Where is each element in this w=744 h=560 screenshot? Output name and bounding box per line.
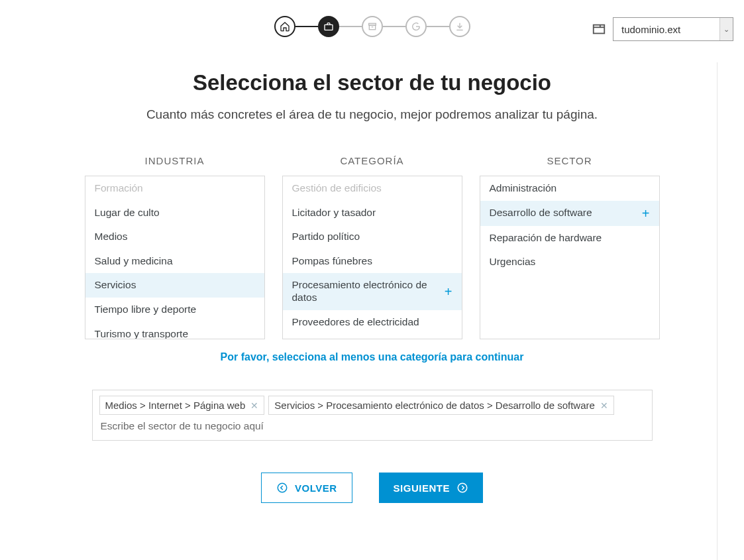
- list-item[interactable]: Administración: [480, 176, 659, 201]
- list-item-label: Salud y medicina: [95, 255, 173, 268]
- domain-select[interactable]: tudominio.ext ⌄: [613, 17, 733, 41]
- list-item[interactable]: Formación: [85, 176, 264, 201]
- list-item[interactable]: Procesamiento electrónico de datos+: [283, 273, 462, 309]
- list-item[interactable]: Urgencias: [480, 250, 659, 274]
- list-item-label: Licitador y tasador: [292, 207, 376, 219]
- next-button[interactable]: SIGUIENTE: [379, 473, 483, 503]
- list-item-label: Administración: [490, 182, 557, 195]
- col-sector: SECTOR AdministraciónDesarrollo de softw…: [480, 155, 660, 339]
- list-item-label: Pompas fúnebres: [292, 255, 373, 268]
- col-head-industria: INDUSTRIA: [85, 155, 265, 166]
- stepper: [274, 16, 470, 37]
- close-icon[interactable]: ✕: [600, 400, 608, 411]
- list-item[interactable]: Lugar de culto: [85, 201, 264, 225]
- svg-point-7: [278, 483, 287, 492]
- chipbox: Medios > Internet > Página web✕Servicios…: [92, 390, 653, 441]
- selection-hint: Por favor, selecciona al menos una categ…: [42, 351, 703, 363]
- list-item-label: Gestión de edificios: [292, 182, 382, 195]
- list-item-label: Tiempo libre y deporte: [95, 304, 197, 316]
- domain-area: tudominio.ext ⌄: [592, 17, 733, 41]
- chip-label: Medios > Internet > Página web: [105, 400, 246, 411]
- chip: Medios > Internet > Página web✕: [99, 396, 265, 415]
- svg-rect-0: [325, 25, 333, 30]
- step-archive[interactable]: [362, 16, 383, 37]
- sector-input[interactable]: [99, 415, 645, 433]
- list-item-label: Partido político: [292, 231, 360, 243]
- step-google[interactable]: [405, 16, 427, 37]
- listbox-sector[interactable]: AdministraciónDesarrollo de software+Rep…: [480, 176, 660, 339]
- list-item-label: Formación: [95, 182, 143, 195]
- listbox-industria[interactable]: FormaciónLugar de cultoMediosSalud y med…: [85, 176, 265, 339]
- col-head-categoria: CATEGORÍA: [282, 155, 462, 166]
- topbar: tudominio.ext ⌄: [0, 0, 744, 44]
- back-button-label: VOLVER: [295, 482, 337, 494]
- list-item-label: Reparación de hardware: [490, 232, 602, 245]
- plus-icon[interactable]: +: [642, 207, 650, 220]
- list-item[interactable]: Gestión de edificios: [283, 176, 462, 201]
- step-download[interactable]: [449, 16, 470, 37]
- domain-value: tudominio.ext: [613, 24, 719, 35]
- category-columns: INDUSTRIA FormaciónLugar de cultoMediosS…: [42, 155, 703, 339]
- list-item-label: Procesamiento electrónico de datos: [292, 279, 445, 304]
- close-icon[interactable]: ✕: [250, 400, 258, 411]
- list-item-label: Lugar de culto: [95, 207, 160, 219]
- list-item[interactable]: Pompas fúnebres: [283, 249, 462, 274]
- listbox-categoria[interactable]: Gestión de edificiosLicitador y tasadorP…: [282, 176, 462, 339]
- col-categoria: CATEGORÍA Gestión de edificiosLicitador …: [282, 155, 462, 339]
- list-item[interactable]: Partido político: [283, 225, 462, 249]
- list-item[interactable]: Medios: [85, 225, 264, 249]
- next-button-label: SIGUIENTE: [394, 482, 450, 494]
- col-industria: INDUSTRIA FormaciónLugar de cultoMediosS…: [85, 155, 265, 339]
- list-item-label: Servicios: [95, 279, 136, 292]
- step-home[interactable]: [274, 16, 295, 37]
- step-briefcase[interactable]: [318, 16, 339, 37]
- list-item-label: Medios: [95, 231, 128, 243]
- list-item[interactable]: Proveedores de electricidad: [283, 310, 462, 335]
- list-item-label: Urgencias: [490, 256, 536, 268]
- window-icon: [592, 22, 606, 36]
- button-row: VOLVER SIGUIENTE: [42, 473, 703, 503]
- col-head-sector: SECTOR: [480, 155, 660, 166]
- list-item[interactable]: Licitador y tasador: [283, 201, 462, 225]
- chip: Servicios > Procesamiento electrónico de…: [268, 396, 614, 415]
- list-item[interactable]: Publicidad y RR.PP.: [283, 334, 462, 339]
- list-item[interactable]: Servicios: [85, 273, 264, 298]
- chevron-down-icon: ⌄: [719, 18, 733, 40]
- list-item-label: Desarrollo de software: [490, 207, 592, 219]
- page-title: Selecciona el sector de tu negocio: [42, 70, 703, 95]
- list-item-label: Proveedores de electricidad: [292, 316, 419, 329]
- plus-icon[interactable]: +: [445, 285, 452, 298]
- back-button[interactable]: VOLVER: [261, 473, 352, 503]
- chip-label: Servicios > Procesamiento electrónico de…: [274, 400, 595, 411]
- list-item[interactable]: Salud y medicina: [85, 249, 264, 274]
- svg-rect-2: [369, 25, 375, 30]
- list-item[interactable]: Reparación de hardware: [480, 226, 659, 251]
- list-item[interactable]: Desarrollo de software+: [480, 201, 659, 226]
- svg-point-8: [458, 483, 467, 492]
- svg-rect-4: [594, 25, 605, 34]
- list-item-label: Turismo y transporte: [95, 328, 189, 339]
- page-subtitle: Cuanto más concretes el área de tu negoc…: [42, 107, 703, 122]
- list-item[interactable]: Tiempo libre y deporte: [85, 298, 264, 322]
- list-item[interactable]: Turismo y transporte: [85, 322, 264, 339]
